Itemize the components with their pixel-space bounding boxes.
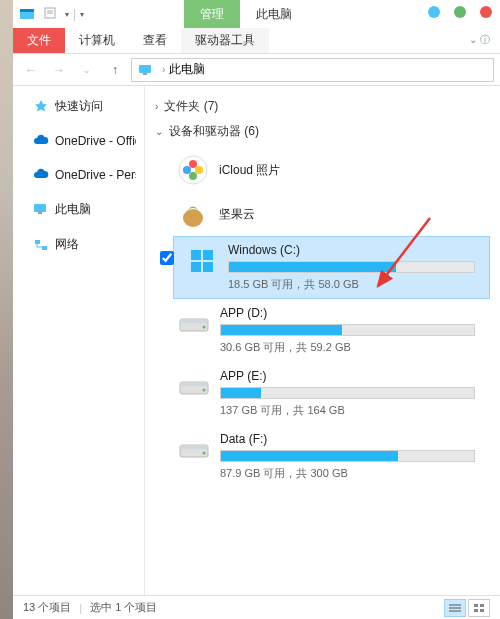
svg-point-13 <box>195 166 203 174</box>
drive-stats: 87.9 GB 可用，共 300 GB <box>220 466 475 481</box>
drive-icon <box>178 434 210 466</box>
svg-point-23 <box>203 326 206 329</box>
nav-up-button[interactable]: ↑ <box>103 58 127 82</box>
svg-rect-28 <box>180 445 208 449</box>
drive-info: APP (E:)137 GB 可用，共 164 GB <box>220 369 485 418</box>
chevron-right-icon: › <box>155 101 158 112</box>
devices-list: iCloud 照片 坚果云 Windows (C:)18.5 GB 可用，共 5… <box>155 144 490 498</box>
drive-icon <box>178 308 210 340</box>
drive-item[interactable]: APP (D:)30.6 GB 可用，共 59.2 GB <box>173 299 490 362</box>
device-nutstore[interactable]: 坚果云 <box>173 192 490 236</box>
thispc-icon <box>138 63 152 77</box>
sidebar-onedrive-office[interactable]: OneDrive - Office365 <box>13 129 144 153</box>
nav-back-button[interactable]: ← <box>19 58 43 82</box>
svg-rect-9 <box>35 240 40 244</box>
explorer-window: ▾ | ▾ 管理 此电脑 文件 计算机 查看 驱动器工具 ⌄ ⓘ ← → ⌄ ↑… <box>13 0 500 619</box>
svg-rect-36 <box>474 609 478 612</box>
drive-item[interactable]: Data (F:)87.9 GB 可用，共 300 GB <box>173 425 490 488</box>
device-icloud[interactable]: iCloud 照片 <box>173 148 490 192</box>
ribbon-computer[interactable]: 计算机 <box>65 28 129 53</box>
tab-manage[interactable]: 管理 <box>184 0 240 28</box>
view-details-button[interactable] <box>444 599 466 617</box>
app-icon <box>19 6 35 22</box>
address-box[interactable]: › 此电脑 <box>131 58 494 82</box>
drive-name: APP (E:) <box>220 369 475 383</box>
drive-usage-bar <box>220 387 475 399</box>
minimize-button[interactable] <box>428 6 440 18</box>
address-bar: ← → ⌄ ↑ › 此电脑 <box>13 54 500 86</box>
svg-rect-18 <box>203 250 213 260</box>
nav-forward-button[interactable]: → <box>47 58 71 82</box>
sidebar-network[interactable]: 网络 <box>13 232 144 257</box>
drive-item[interactable]: APP (E:)137 GB 可用，共 164 GB <box>173 362 490 425</box>
drive-icon <box>178 371 210 403</box>
drive-name: Data (F:) <box>220 432 475 446</box>
window-controls <box>428 6 492 18</box>
drive-name: Windows (C:) <box>228 243 475 257</box>
content-area: 快速访问 OneDrive - Office365 OneDrive - Per… <box>13 86 500 595</box>
maximize-button[interactable] <box>454 6 466 18</box>
address-text: 此电脑 <box>169 61 205 78</box>
svg-rect-20 <box>203 262 213 272</box>
svg-rect-17 <box>191 250 201 260</box>
close-button[interactable] <box>480 6 492 18</box>
ribbon-drive-tools[interactable]: 驱动器工具 <box>181 28 269 53</box>
ribbon-expand-icon[interactable]: ⌄ ⓘ <box>459 28 500 53</box>
svg-rect-7 <box>34 204 46 212</box>
status-selected-count: 选中 1 个项目 <box>90 600 157 615</box>
device-label: 坚果云 <box>219 206 255 223</box>
ribbon-view[interactable]: 查看 <box>129 28 181 53</box>
drive-checkbox[interactable] <box>160 251 174 265</box>
desktop-background-edge <box>0 0 13 619</box>
nav-recent-dropdown[interactable]: ⌄ <box>75 58 99 82</box>
svg-point-15 <box>183 166 191 174</box>
qat-dropdown-icon[interactable]: ▾ <box>65 10 69 19</box>
drive-item[interactable]: Windows (C:)18.5 GB 可用，共 58.0 GB <box>173 236 490 299</box>
drive-name: APP (D:) <box>220 306 475 320</box>
svg-rect-1 <box>20 9 34 12</box>
star-icon <box>33 99 49 115</box>
cloud-icon <box>33 133 49 149</box>
svg-point-29 <box>203 452 206 455</box>
chevron-down-icon: ⌄ <box>155 126 163 137</box>
drive-stats: 137 GB 可用，共 164 GB <box>220 403 475 418</box>
drive-usage-bar <box>220 450 475 462</box>
drive-info: Windows (C:)18.5 GB 可用，共 58.0 GB <box>228 243 485 292</box>
context-tabs: 管理 此电脑 <box>184 0 308 28</box>
sidebar-this-pc[interactable]: 此电脑 <box>13 197 144 222</box>
svg-rect-35 <box>480 604 484 607</box>
qat-properties-icon[interactable] <box>43 6 59 22</box>
drive-info: Data (F:)87.9 GB 可用，共 300 GB <box>220 432 485 481</box>
ribbon-file[interactable]: 文件 <box>13 28 65 53</box>
chevron-right-icon[interactable]: › <box>162 64 165 75</box>
sidebar-label: 网络 <box>55 236 79 253</box>
drive-stats: 18.5 GB 可用，共 58.0 GB <box>228 277 475 292</box>
cloud-icon <box>33 167 49 183</box>
view-icons-button[interactable] <box>468 599 490 617</box>
svg-rect-37 <box>480 609 484 612</box>
navigation-pane: 快速访问 OneDrive - Office365 OneDrive - Per… <box>13 86 145 595</box>
sidebar-quick-access[interactable]: 快速访问 <box>13 94 144 119</box>
svg-rect-19 <box>191 262 201 272</box>
device-label: iCloud 照片 <box>219 162 280 179</box>
tab-title-thispc: 此电脑 <box>240 0 308 28</box>
group-devices[interactable]: ⌄ 设备和驱动器 (6) <box>155 119 490 144</box>
qat-customize-icon[interactable]: ▾ <box>80 10 84 19</box>
group-folders[interactable]: › 文件夹 (7) <box>155 94 490 119</box>
drive-stats: 30.6 GB 可用，共 59.2 GB <box>220 340 475 355</box>
ribbon-tabs: 文件 计算机 查看 驱动器工具 ⌄ ⓘ <box>13 28 500 54</box>
sidebar-label: 快速访问 <box>55 98 103 115</box>
svg-rect-6 <box>143 73 147 75</box>
sidebar-onedrive-personal[interactable]: OneDrive - Personal <box>13 163 144 187</box>
svg-rect-34 <box>474 604 478 607</box>
photos-icon <box>177 154 209 186</box>
drive-usage-bar <box>220 324 475 336</box>
svg-rect-22 <box>180 319 208 323</box>
drive-usage-bar <box>228 261 475 273</box>
sidebar-label: 此电脑 <box>55 201 91 218</box>
status-item-count: 13 个项目 <box>23 600 71 615</box>
svg-point-26 <box>203 389 206 392</box>
windows-icon <box>186 245 218 277</box>
thispc-icon <box>33 202 49 218</box>
status-bar: 13 个项目 | 选中 1 个项目 <box>13 595 500 619</box>
